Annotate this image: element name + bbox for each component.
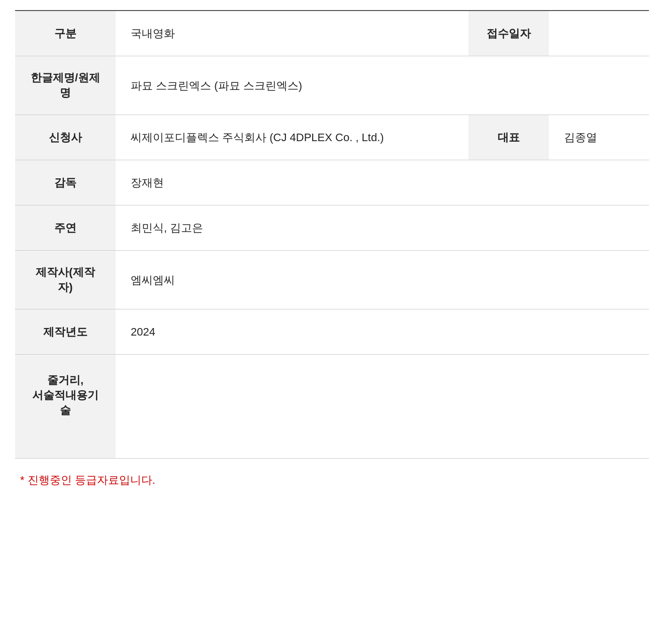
row-label-1: 한글제명/원제명	[15, 56, 116, 115]
row-label-0: 구분	[15, 11, 116, 56]
info-table: 구분국내영화접수일자한글제명/원제명파묘 스크린엑스 (파묘 스크린엑스)신청사…	[15, 10, 649, 459]
row-value-7	[116, 355, 649, 459]
main-container: 구분국내영화접수일자한글제명/원제명파묘 스크린엑스 (파묘 스크린엑스)신청사…	[0, 0, 664, 508]
row-label-3: 감독	[15, 160, 116, 205]
row-value-5: 엠씨엠씨	[116, 251, 649, 309]
row-label-5: 제작사(제작자)	[15, 251, 116, 309]
notice-text: * 진행중인 등급자료입니다.	[15, 473, 649, 488]
row-value-4: 최민식, 김고은	[116, 205, 649, 251]
row-value-6: 2024	[116, 309, 649, 355]
row-sub-label-2: 대표	[468, 115, 549, 160]
row-sub-value-0	[549, 11, 649, 56]
row-label-7: 줄거리, 서술적내용기술	[15, 355, 116, 459]
row-value-0: 국내영화	[116, 11, 468, 56]
row-label-4: 주연	[15, 205, 116, 251]
row-value-3: 장재현	[116, 160, 649, 205]
row-value-2: 씨제이포디플렉스 주식회사 (CJ 4DPLEX Co. , Ltd.)	[116, 115, 468, 160]
row-label-2: 신청사	[15, 115, 116, 160]
row-sub-value-2: 김종열	[549, 115, 649, 160]
row-sub-label-0: 접수일자	[468, 11, 549, 56]
row-label-6: 제작년도	[15, 309, 116, 355]
row-value-1: 파묘 스크린엑스 (파묘 스크린엑스)	[116, 56, 649, 115]
